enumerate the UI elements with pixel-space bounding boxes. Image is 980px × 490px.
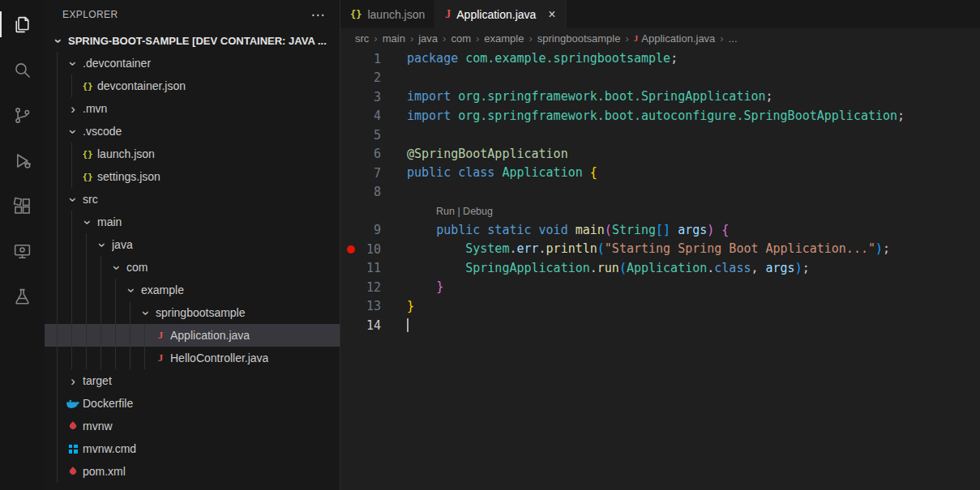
tree-file-settings.json[interactable]: {}settings.json xyxy=(45,165,340,188)
chevron-right-icon: › xyxy=(720,32,723,45)
tree-folder-src[interactable]: ›src xyxy=(45,188,340,211)
docker-whale-icon xyxy=(66,396,80,411)
tab-label: Application.java xyxy=(456,8,536,21)
breadcrumb-item[interactable]: java xyxy=(418,32,438,45)
chevron-right-icon: › xyxy=(66,374,80,388)
tree-folder-.devcontainer[interactable]: ›.devcontainer xyxy=(45,52,340,75)
code-line-13[interactable]: 13} xyxy=(340,297,980,317)
breadcrumb-item[interactable]: com xyxy=(451,32,471,45)
more-actions-icon[interactable]: ⋯ xyxy=(311,8,325,22)
tree-folder-target[interactable]: ›target xyxy=(45,369,340,392)
activity-bar-extensions[interactable] xyxy=(0,183,45,228)
indent-guide xyxy=(66,233,80,256)
tree-folder-com[interactable]: ›com xyxy=(45,256,340,279)
line-number: 11 xyxy=(362,261,381,275)
code-line-1[interactable]: 1package com.example.springbootsample; xyxy=(340,49,980,69)
sidebar-title: EXPLORER xyxy=(62,9,118,20)
code-text: @SpringBootApplication xyxy=(407,145,568,164)
search-icon xyxy=(12,60,32,80)
tree-item-label: .mvn xyxy=(83,102,107,115)
tab-launch.json[interactable]: {}launch.json xyxy=(340,0,435,28)
indent-guide xyxy=(66,165,80,188)
chevron-down-icon: › xyxy=(96,237,109,252)
breadcrumb-item[interactable]: example xyxy=(484,32,524,45)
indent-guide xyxy=(51,188,66,211)
activity-bar-source-control[interactable] xyxy=(0,92,45,138)
line-number: 1 xyxy=(362,52,381,66)
tree-folder-spring-boot-sample-dev-container-java-...[interactable]: ›SPRING-BOOT-SAMPLE [DEV CONTAINER: JAVA… xyxy=(45,29,340,52)
tree-folder-springbootsample[interactable]: ›springbootsample xyxy=(45,301,340,324)
activity-bar-remote-explorer[interactable] xyxy=(0,228,45,274)
indent-guide xyxy=(95,347,109,369)
breadcrumb-item[interactable]: main xyxy=(383,32,405,45)
java-icon: J xyxy=(445,8,451,21)
tree-item-label: Application.java xyxy=(170,329,250,342)
tree-file-launch.json[interactable]: {}launch.json xyxy=(45,143,340,165)
breadcrumb-item[interactable]: ... xyxy=(729,32,738,45)
tree-file-application.java[interactable]: JApplication.java xyxy=(45,324,340,347)
vscode-window: EXPLORER ⋯ ›SPRING-BOOT-SAMPLE [DEV CONT… xyxy=(0,0,980,490)
code-line-12[interactable]: 12 } xyxy=(340,278,980,297)
tree-item-label: example xyxy=(141,283,184,296)
tree-file-mvnw[interactable]: mvnw xyxy=(45,415,340,437)
tree-file-mvnw.cmd[interactable]: mvnw.cmd xyxy=(45,437,340,460)
breadcrumb-item[interactable]: springbootsample xyxy=(537,32,621,45)
code-line-7[interactable]: 7public class Application { xyxy=(340,164,980,183)
code-line-11[interactable]: 11 SpringApplication.run(Application.cla… xyxy=(340,259,980,279)
editor-area: {}launch.jsonJApplication.java× src›main… xyxy=(340,0,980,490)
code-editor[interactable]: 1package com.example.springbootsample;23… xyxy=(340,48,980,490)
codelens-run-debug[interactable]: Run | Debug xyxy=(407,206,493,217)
indent-guide xyxy=(66,279,80,301)
code-line-6[interactable]: 6@SpringBootApplication xyxy=(340,145,980,164)
tree-item-label: springbootsample xyxy=(156,306,246,319)
tree-item-label: SPRING-BOOT-SAMPLE [DEV CONTAINER: JAVA … xyxy=(68,35,327,47)
tree-item-label: settings.json xyxy=(97,170,160,183)
indent-guide xyxy=(109,301,124,324)
code-line-3[interactable]: 3import org.springframework.boot.SpringA… xyxy=(340,87,980,107)
code-line-4[interactable]: 4import org.springframework.boot.autocon… xyxy=(340,107,980,126)
java-icon: J xyxy=(153,328,168,343)
code-line-8[interactable]: 8 xyxy=(340,183,980,202)
tree-item-label: Dockerfile xyxy=(83,397,133,410)
code-text: package com.example.springbootsample; xyxy=(407,49,678,69)
indent-guide xyxy=(80,301,95,324)
breadcrumb-item[interactable]: JApplication.java xyxy=(634,32,716,45)
tree-file-dockerfile[interactable]: Dockerfile xyxy=(45,392,340,415)
code-line-5[interactable]: 5 xyxy=(340,126,980,145)
tab-application.java[interactable]: JApplication.java× xyxy=(435,0,566,28)
tree-folder-main[interactable]: ›main xyxy=(45,211,340,233)
code-line-2[interactable]: 2 xyxy=(340,69,980,88)
activity-bar-search[interactable] xyxy=(0,47,45,92)
breakpoint-icon[interactable] xyxy=(347,245,355,254)
breadcrumb-item[interactable]: src xyxy=(355,32,369,45)
tree-folder-.mvn[interactable]: ›.mvn xyxy=(45,97,340,120)
indent-guide xyxy=(66,324,80,347)
tree-item-label: pom.xml xyxy=(83,465,126,478)
tree-file-hellocontroller.java[interactable]: JHelloController.java xyxy=(45,347,340,369)
indent-guide xyxy=(66,256,80,279)
activity-bar-explorer[interactable] xyxy=(0,2,45,47)
chevron-right-icon: › xyxy=(529,32,532,45)
tree-file-devcontainer.json[interactable]: {}devcontainer.json xyxy=(45,75,340,97)
activity-bar-run-debug[interactable] xyxy=(0,138,45,183)
indent-guide xyxy=(51,460,66,483)
tree-folder-example[interactable]: ›example xyxy=(45,279,340,301)
code-text: public static void main(String[] args) { xyxy=(407,221,729,241)
tree-item-label: src xyxy=(83,193,98,206)
glyph-margin[interactable] xyxy=(340,245,362,254)
tree-folder-java[interactable]: ›java xyxy=(45,233,340,256)
indent-guide xyxy=(95,256,109,279)
activity-bar-testing[interactable] xyxy=(0,274,45,319)
indent-guide xyxy=(124,301,139,324)
line-number: 6 xyxy=(362,147,381,161)
code-line-9[interactable]: 9 public static void main(String[] args)… xyxy=(340,221,980,241)
tree-folder-.vscode[interactable]: ›.vscode xyxy=(45,120,340,143)
code-line-14[interactable]: 14 xyxy=(340,316,980,335)
indent-guide xyxy=(66,211,80,233)
chevron-right-icon: › xyxy=(443,32,446,45)
chevron-right-icon: › xyxy=(410,32,413,45)
code-line-10[interactable]: 10 System.err.println("Starting Spring B… xyxy=(340,240,980,259)
tree-file-pom.xml[interactable]: pom.xml xyxy=(45,460,340,483)
close-icon[interactable]: × xyxy=(548,8,555,21)
breadcrumb: src›main›java›com›example›springbootsamp… xyxy=(340,28,980,48)
